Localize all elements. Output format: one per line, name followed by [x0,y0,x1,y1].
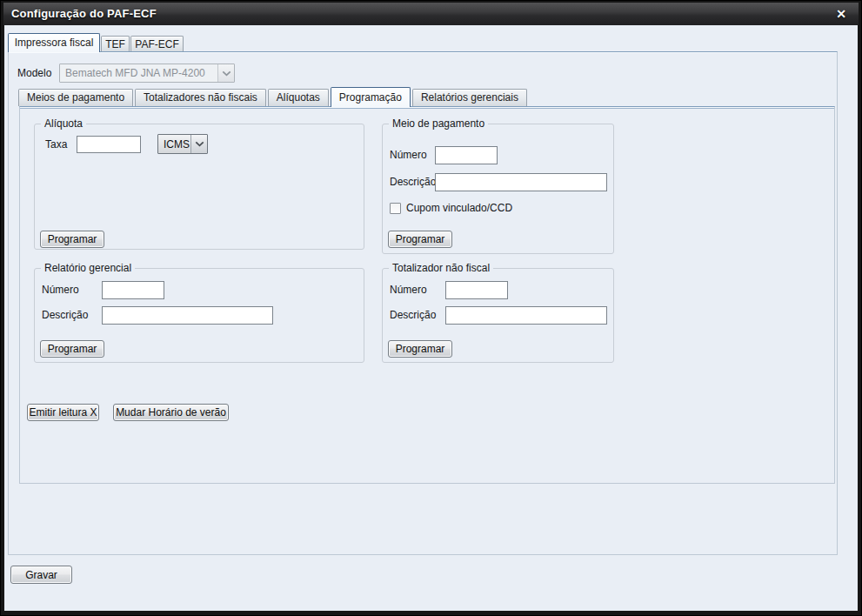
tax-type-combobox-dropdown-button[interactable] [190,135,207,153]
tab-impressora-fiscal[interactable]: Impressora fiscal [8,33,100,52]
relatorio-numero-label: Número [42,281,79,299]
close-icon[interactable]: ✕ [832,5,851,23]
tab-paf-ecf[interactable]: PAF-ECF [130,36,184,52]
totalizador-programar-button[interactable]: Programar [388,340,452,358]
relatorio-gerencial-groupbox: Relatório gerencial Número Descrição Pro… [34,268,364,363]
cupom-vinculado-checkbox-label[interactable]: Cupom vinculado/CCD [406,203,512,214]
sub-tab-strip: Meios de pagamento Totalizadores não fis… [18,89,527,106]
aliquota-group-title: Alíquota [41,117,86,130]
tab-totalizadores-nao-fiscais[interactable]: Totalizadores não fiscais [135,89,266,106]
title-bar[interactable]: Configuração do PAF-ECF ✕ [3,3,859,25]
taxa-input[interactable] [77,136,141,153]
dialog-client-area: Impressora fiscal TEF PAF-ECF Modelo Bem… [4,25,858,611]
meio-pagamento-descricao-label: Descrição [390,173,436,191]
aliquota-groupbox: Alíquota Taxa ICMS Programar [34,124,364,250]
chevron-down-icon [195,141,204,147]
meio-pagamento-numero-label: Número [390,146,427,164]
config-paf-ecf-window: Configuração do PAF-ECF ✕ Impressora fis… [0,0,862,616]
totalizador-group-title: Totalizador não fiscal [389,262,493,274]
relatorio-gerencial-group-title: Relatório gerencial [41,262,135,274]
chevron-down-icon [222,70,231,77]
relatorio-programar-button[interactable]: Programar [40,340,104,358]
meio-pagamento-descricao-input[interactable] [435,173,607,191]
emitir-leitura-x-button[interactable]: Emitir leitura X [27,404,99,421]
meio-pagamento-group-title: Meio de pagamento [389,117,488,130]
tab-relatorios-gerenciais[interactable]: Relatórios gerenciais [412,89,527,106]
tab-tef[interactable]: TEF [101,36,130,52]
impressora-fiscal-tab-page: Modelo Bematech MFD JNA MP-4200 Meios de… [8,51,838,555]
totalizador-descricao-input[interactable] [445,306,607,325]
tax-type-combobox[interactable]: ICMS [157,134,208,154]
programacao-tab-page: Alíquota Taxa ICMS Programar Meio de pag… [19,106,835,484]
taxa-label: Taxa [45,136,67,153]
totalizador-descricao-label: Descrição [390,306,436,325]
gravar-button[interactable]: Gravar [10,566,72,584]
window-title: Configuração do PAF-ECF [3,3,859,25]
tab-programacao[interactable]: Programação [331,87,411,107]
modelo-combobox-dropdown-button[interactable] [217,64,234,82]
modelo-combobox-value: Bematech MFD JNA MP-4200 [60,64,217,82]
relatorio-descricao-label: Descrição [42,306,88,325]
tab-meios-de-pagamento[interactable]: Meios de pagamento [18,89,133,106]
relatorio-numero-input[interactable] [102,281,164,299]
modelo-label: Modelo [17,64,51,83]
relatorio-descricao-input[interactable] [102,306,273,325]
meio-pagamento-numero-input[interactable] [435,146,498,164]
cupom-vinculado-checkbox[interactable] [390,203,401,214]
totalizador-nao-fiscal-groupbox: Totalizador não fiscal Número Descrição … [382,268,614,363]
aliquota-programar-button[interactable]: Programar [40,231,104,248]
meio-pagamento-groupbox: Meio de pagamento Número Descrição Cupom… [382,124,614,254]
tax-type-combobox-value: ICMS [158,135,190,153]
mudar-horario-verao-button[interactable]: Mudar Horário de verão [113,404,229,421]
tab-aliquotas[interactable]: Alíquotas [268,89,329,106]
totalizador-numero-label: Número [390,281,427,299]
meio-pagamento-programar-button[interactable]: Programar [388,231,452,248]
modelo-combobox[interactable]: Bematech MFD JNA MP-4200 [59,64,235,83]
totalizador-numero-input[interactable] [445,281,508,299]
